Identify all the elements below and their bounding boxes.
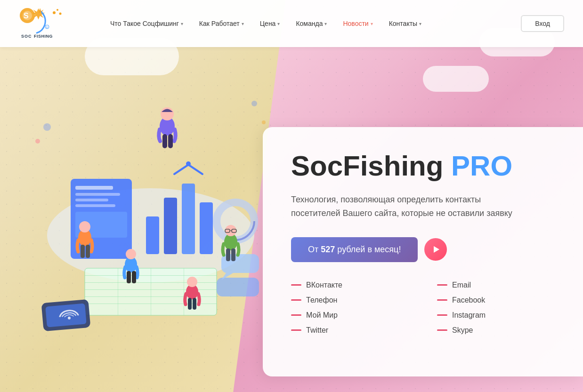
hero-title: SocFishing PRO [291, 151, 555, 182]
svg-point-49 [126, 249, 136, 259]
svg-point-10 [59, 13, 62, 15]
nav-item-how[interactable]: Как Работает ▾ [193, 16, 251, 31]
svg-point-66 [262, 120, 266, 124]
hero-section: S SOC FISHING R Что Такое Соцфишинг [0, 0, 583, 392]
svg-point-8 [53, 11, 56, 14]
svg-rect-36 [217, 278, 259, 296]
navbar: S SOC FISHING R Что Такое Соцфишинг [0, 0, 583, 47]
feature-vk: ВКонтакте [291, 281, 409, 289]
chevron-down-icon: ▾ [419, 21, 421, 26]
chevron-down-icon: ▾ [371, 21, 373, 26]
svg-rect-61 [188, 298, 192, 310]
feature-dash-icon [437, 314, 447, 316]
feature-instagram: Instagram [437, 311, 555, 320]
svg-text:R: R [46, 26, 48, 29]
svg-rect-13 [75, 186, 113, 190]
nav-item-contacts[interactable]: Контакты ▾ [382, 16, 428, 31]
svg-rect-51 [132, 271, 136, 283]
svg-point-9 [57, 9, 58, 11]
feature-facebook: Facebook [437, 296, 555, 304]
svg-marker-67 [434, 246, 439, 253]
feature-dash-icon [291, 299, 301, 301]
svg-rect-20 [182, 184, 195, 254]
svg-point-64 [35, 139, 40, 144]
feature-skype: Skype [437, 326, 555, 335]
nav-item-team[interactable]: Команда ▾ [289, 16, 333, 31]
svg-point-63 [43, 123, 51, 131]
svg-rect-43 [168, 134, 173, 148]
svg-point-22 [186, 161, 191, 166]
svg-text:SOC: SOC [21, 34, 32, 39]
login-button[interactable]: Вход [521, 15, 564, 32]
feature-twitter: Twitter [291, 326, 409, 335]
logo-icon: S SOC FISHING R [19, 7, 71, 40]
svg-rect-14 [75, 193, 120, 196]
feature-dash-icon [437, 299, 447, 301]
svg-rect-47 [86, 245, 90, 258]
illustration-svg [19, 56, 292, 348]
svg-rect-62 [193, 298, 196, 310]
feature-dash-icon [291, 329, 301, 331]
hero-card: SocFishing PRO Технология, позволяющая о… [263, 127, 583, 376]
svg-text:S: S [24, 12, 29, 20]
svg-rect-46 [81, 245, 85, 258]
nav-item-price[interactable]: Цена ▾ [253, 16, 287, 31]
chevron-down-icon: ▾ [242, 21, 244, 26]
feature-email: Email [437, 281, 555, 289]
svg-rect-19 [164, 198, 177, 254]
feature-dash-icon [291, 314, 301, 316]
feature-dash-icon [437, 284, 447, 286]
cta-arrow-button[interactable] [424, 238, 447, 261]
cta-row: От 527 рублей в месяц! [291, 237, 555, 262]
feature-dash-icon [291, 284, 301, 286]
svg-rect-15 [75, 199, 108, 201]
feature-dash-icon [437, 329, 447, 331]
chevron-down-icon: ▾ [277, 21, 280, 26]
svg-rect-31 [184, 268, 184, 315]
nav-links: Что Такое Соцфишинг ▾ Как Работает ▾ Цен… [104, 16, 521, 31]
play-icon [431, 245, 440, 254]
features-grid: ВКонтакте Email Телефон Facebook Мой Мир [291, 281, 555, 335]
svg-rect-50 [127, 271, 131, 283]
svg-rect-30 [151, 268, 151, 315]
hero-subtitle: Технология, позволяющая определить конта… [291, 193, 517, 220]
nav-item-what[interactable]: Что Такое Соцфишинг ▾ [104, 16, 190, 31]
svg-rect-58 [231, 248, 235, 261]
cta-button[interactable]: От 527 рублей в месяц! [291, 237, 418, 262]
svg-rect-57 [226, 248, 230, 261]
svg-rect-42 [162, 134, 167, 148]
feature-phone: Телефон [291, 296, 409, 304]
svg-point-65 [251, 101, 257, 106]
nav-item-news[interactable]: Новости ▾ [336, 16, 379, 31]
hero-content: SocFishing PRO Технология, позволяющая о… [291, 151, 555, 335]
svg-point-60 [187, 277, 197, 287]
feature-myworld: Мой Мир [291, 311, 409, 320]
svg-rect-29 [118, 268, 118, 315]
svg-rect-21 [200, 202, 213, 254]
chevron-down-icon: ▾ [181, 21, 183, 26]
svg-point-45 [79, 221, 90, 232]
svg-text:FISHING: FISHING [34, 34, 53, 39]
svg-rect-18 [146, 216, 159, 254]
hero-illustration [19, 56, 292, 362]
chevron-down-icon: ▾ [324, 21, 327, 26]
svg-rect-16 [75, 204, 115, 207]
logo[interactable]: S SOC FISHING R [19, 7, 85, 40]
cloud-decoration-3 [423, 66, 489, 92]
